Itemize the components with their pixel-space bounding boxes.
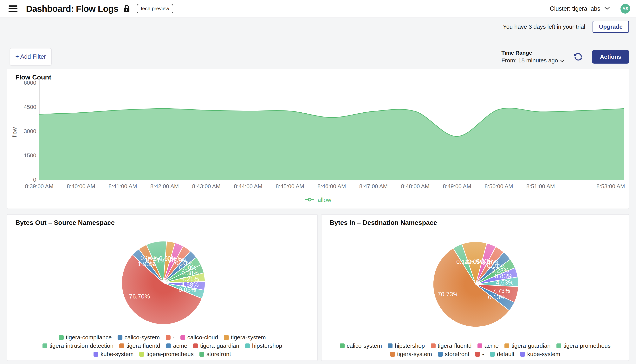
legend-chip-icon [199,352,204,357]
bytes-in-pie-chart[interactable]: 12.05%0.03%3.46%0.01%0.28%0.83%4.63%7.73… [322,228,629,333]
legend-item-tigera-system[interactable]: tigera-system [390,351,432,358]
svg-text:8:43:00 AM: 8:43:00 AM [192,183,221,189]
svg-text:8:51:00 AM: 8:51:00 AM [526,183,555,189]
legend-item-default[interactable]: default [490,351,514,358]
chevron-down-icon [560,57,564,64]
legend-item-tigera-guardian[interactable]: tigera-guardian [193,342,239,349]
svg-text:8:41:00 AM: 8:41:00 AM [108,183,137,189]
legend-label: tigera-prometheus [146,351,193,358]
refresh-icon[interactable] [573,52,583,62]
legend-label: tigera-prometheus [563,342,610,349]
legend-label: tigera-system [397,351,432,358]
filter-toolbar: + Add Filter Time Range From: 15 minutes… [0,48,636,66]
legend-item--[interactable]: - [166,334,175,341]
legend-chip-icon [166,335,171,340]
legend-item--[interactable]: - [475,351,484,358]
svg-text:8:47:00 AM: 8:47:00 AM [359,183,388,189]
legend-chip-icon [193,344,198,348]
legend-row: tigera-systemstorefront-defaultkube-syst… [390,351,560,358]
svg-text:8:49:00 AM: 8:49:00 AM [443,183,471,189]
flow-area-chart[interactable]: 01500300045006000flow8:39:00 AM8:40:00 A… [7,69,629,208]
legend-chip-icon [94,352,98,357]
legend-item-storefront[interactable]: storefront [438,351,470,358]
avatar[interactable]: AS [620,4,630,14]
page-title: Dashboard: Flow Logs [26,4,118,14]
legend-label: calico-cloud [187,334,218,341]
legend-item-tigera-guardian[interactable]: tigera-guardian [504,342,551,349]
cluster-selector[interactable]: Cluster: tigera-labs [550,5,610,12]
svg-text:8:42:00 AM: 8:42:00 AM [150,183,179,189]
legend-item-hipstershop[interactable]: hipstershop [245,342,282,349]
legend-item-calico-system[interactable]: calico-system [118,334,160,341]
svg-text:76.70%: 76.70% [129,293,150,300]
legend-label: hipstershop [395,342,425,349]
legend-item-calico-system[interactable]: calico-system [340,342,382,349]
add-filter-button[interactable]: + Add Filter [10,48,52,66]
legend-item-tigera-prometheus[interactable]: tigera-prometheus [139,351,193,358]
flow-legend-label: allow [317,196,332,204]
legend-label: - [482,351,484,358]
menu-icon[interactable] [9,6,18,12]
legend-item-acme[interactable]: acme [166,342,187,349]
legend-chip-icon [504,344,509,348]
lock-icon [123,5,130,13]
legend-chip-icon [340,344,345,348]
upgrade-button[interactable]: Upgrade [592,21,629,33]
flow-chart-title: Flow Count [15,74,51,81]
svg-text:8:48:00 AM: 8:48:00 AM [401,183,430,189]
legend-label: default [497,351,514,358]
actions-button[interactable]: Actions [592,50,629,64]
legend-item-calico-cloud[interactable]: calico-cloud [180,334,218,341]
svg-text:4.63%: 4.63% [496,279,513,286]
legend-chip-icon [431,344,436,348]
time-range-title: Time Range [501,50,564,56]
legend-chip-icon [390,352,395,357]
top-app-bar: Dashboard: Flow Logs tech preview Cluste… [0,0,636,18]
time-range-value: From: 15 minutes ago [501,57,558,64]
legend-chip-icon [477,344,482,348]
legend-label: tigera-guardian [511,342,551,349]
legend-item-tigera-fluentd[interactable]: tigera-fluentd [431,342,472,349]
legend-item-kube-system[interactable]: kube-system [94,351,134,358]
legend-row: calico-systemhipstershoptigera-fluentdac… [340,342,611,349]
time-range-selector[interactable]: Time Range From: 15 minutes ago [501,50,564,64]
legend-label: storefront [206,351,231,358]
legend-label: calico-system [125,334,160,341]
legend-chip-icon [180,335,185,340]
legend-chip-icon [139,352,144,357]
legend-label: - [173,334,175,341]
legend-item-tigera-intrusion-detection[interactable]: tigera-intrusion-detection [43,342,114,349]
svg-text:8:45:00 AM: 8:45:00 AM [276,183,304,189]
flow-legend-item-allow[interactable]: allow [7,196,629,204]
svg-text:70.73%: 70.73% [438,291,458,298]
legend-chip-icon [166,344,171,348]
legend-label: storefront [445,351,470,358]
legend-item-tigera-compliance[interactable]: tigera-compliance [59,334,112,341]
legend-item-storefront[interactable]: storefront [199,351,231,358]
legend-item-tigera-fluentd[interactable]: tigera-fluentd [119,342,160,349]
bytes-in-card: Bytes In – Destination Namespace 12.05%0… [321,214,629,361]
legend-chip-icon [118,335,122,340]
svg-text:0.13%: 0.13% [488,294,505,300]
legend-row: tigera-intrusion-detectiontigera-fluentd… [43,342,282,349]
bytes-in-legend: calico-systemhipstershoptigera-fluentdac… [322,342,629,358]
svg-text:8:39:00 AM: 8:39:00 AM [25,183,54,189]
legend-item-tigera-prometheus[interactable]: tigera-prometheus [556,342,610,349]
bytes-out-pie-chart[interactable]: 10.91%0.60%0.36%0.19%0.03%0.00%0.38%4.21… [7,228,317,333]
legend-item-kube-system[interactable]: kube-system [520,351,560,358]
dashboard-page: Dashboard: Flow Logs tech preview Cluste… [0,0,636,364]
legend-chip-icon [520,352,525,357]
legend-chip-icon [556,344,561,348]
bytes-out-card: Bytes Out – Source Namespace 10.91%0.60%… [7,214,318,361]
legend-label: kube-system [527,351,560,358]
legend-item-tigera-system[interactable]: tigera-system [224,334,266,341]
legend-item-hipstershop[interactable]: hipstershop [388,342,425,349]
flow-count-card: Flow Count 01500300045006000flow8:39:00 … [7,69,629,209]
legend-chip-icon [388,344,393,348]
trial-banner: You have 3 days left in your trial Upgra… [0,18,636,36]
legend-item-acme[interactable]: acme [477,342,499,349]
tech-preview-badge: tech preview [137,4,173,13]
svg-text:8:46:00 AM: 8:46:00 AM [317,183,346,189]
svg-text:7.73%: 7.73% [493,288,510,294]
legend-chip-icon [490,352,495,357]
